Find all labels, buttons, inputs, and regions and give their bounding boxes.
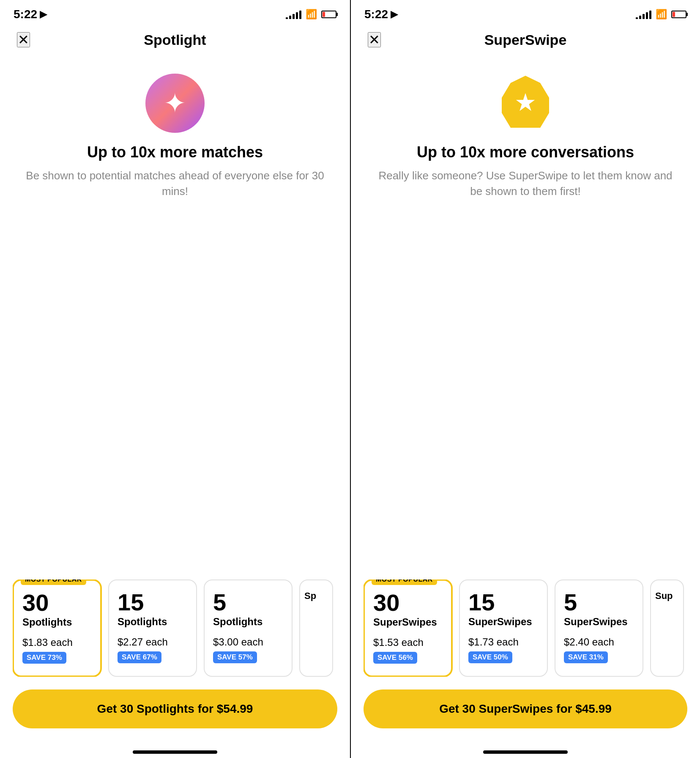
cards-section-left: MOST POPULAR 30 Spotlights $1.83 each SA… — [0, 571, 350, 677]
superswipe-15-price: $1.73 each — [468, 636, 539, 648]
battery-left — [321, 11, 336, 18]
nav-bar-left: ✕ Spotlight — [0, 23, 350, 57]
spotlight-5-label: Spotlights — [213, 616, 283, 628]
status-time-right: 5:22 ▶ — [364, 8, 398, 21]
sparkle-icon: ✦ — [164, 88, 186, 119]
location-icon-right: ▶ — [391, 9, 398, 20]
content-section-left: Up to 10x more matches Be shown to poten… — [0, 143, 350, 207]
superswipe-15-quantity: 15 — [468, 590, 539, 614]
superswipe-card-partial[interactable]: Sup — [650, 579, 684, 677]
home-bar-right — [483, 750, 568, 754]
spotlight-description: Be shown to potential matches ahead of e… — [25, 168, 325, 199]
partial-label-right: Sup — [651, 580, 683, 612]
superswipe-30-price: $1.53 each — [373, 637, 443, 648]
cards-scroll-left: MOST POPULAR 30 Spotlights $1.83 each SA… — [13, 579, 337, 677]
spotlight-15-label: Spotlights — [118, 616, 188, 628]
superswipe-5-price: $2.40 each — [564, 636, 634, 648]
superswipe-card-30[interactable]: MOST POPULAR 30 SuperSwipes $1.53 each S… — [364, 579, 452, 677]
most-popular-badge-left: MOST POPULAR — [21, 579, 86, 585]
spotlight-5-price: $3.00 each — [213, 636, 283, 648]
superswipe-30-save: SAVE 56% — [373, 652, 417, 664]
spotlight-card-partial[interactable]: Sp — [299, 579, 333, 677]
cards-section-right: MOST POPULAR 30 SuperSwipes $1.53 each S… — [351, 571, 700, 677]
icon-section-right: ★ — [351, 57, 700, 143]
spotlight-card-5[interactable]: 5 Spotlights $3.00 each SAVE 57% — [204, 579, 293, 677]
spotlight-card-15[interactable]: 15 Spotlights $2.27 each SAVE 67% — [108, 579, 197, 677]
spacer-left — [0, 207, 350, 571]
superswipe-headline: Up to 10x more conversations — [376, 143, 675, 161]
spotlight-30-save: SAVE 73% — [22, 652, 66, 664]
content-section-right: Up to 10x more conversations Really like… — [351, 143, 700, 207]
home-indicator-left — [0, 737, 350, 758]
superswipe-15-label: SuperSwipes — [468, 616, 539, 628]
superswipe-feature-icon: ★ — [496, 74, 555, 133]
nav-title-left: Spotlight — [144, 32, 206, 48]
close-button-right[interactable]: ✕ — [368, 32, 381, 47]
location-icon-left: ▶ — [40, 9, 47, 20]
spotlight-screen: 5:22 ▶ 📶 ✕ Spotlight ✦ Up to 10x — [0, 0, 350, 758]
cta-section-right: Get 30 SuperSwipes for $45.99 — [351, 677, 700, 737]
spotlight-feature-icon: ✦ — [145, 74, 205, 133]
status-bar-right: 5:22 ▶ 📶 — [351, 0, 700, 23]
partial-label-left: Sp — [300, 580, 332, 612]
superswipe-cta-button[interactable]: Get 30 SuperSwipes for $45.99 — [364, 689, 687, 728]
status-time-left: 5:22 ▶ — [14, 8, 47, 21]
home-indicator-right — [351, 737, 700, 758]
superswipe-5-quantity: 5 — [564, 590, 634, 614]
superswipe-15-save: SAVE 50% — [468, 651, 512, 663]
nav-bar-right: ✕ SuperSwipe — [351, 23, 700, 57]
nav-title-right: SuperSwipe — [484, 32, 567, 48]
cards-scroll-right: MOST POPULAR 30 SuperSwipes $1.53 each S… — [364, 579, 687, 677]
spotlight-15-price: $2.27 each — [118, 636, 188, 648]
spotlight-15-quantity: 15 — [118, 590, 188, 614]
most-popular-badge-right: MOST POPULAR — [372, 579, 437, 585]
wifi-icon-left: 📶 — [306, 9, 317, 20]
spotlight-5-quantity: 5 — [213, 590, 283, 614]
status-bar-left: 5:22 ▶ 📶 — [0, 0, 350, 23]
spacer-right — [351, 207, 700, 571]
spotlight-headline: Up to 10x more matches — [25, 143, 325, 161]
home-bar-left — [133, 750, 217, 754]
spotlight-5-save: SAVE 57% — [213, 651, 257, 663]
spotlight-cta-button[interactable]: Get 30 Spotlights for $54.99 — [13, 689, 337, 728]
svg-text:★: ★ — [514, 88, 536, 116]
superswipe-card-15[interactable]: 15 SuperSwipes $1.73 each SAVE 50% — [459, 579, 548, 677]
superswipe-screen: 5:22 ▶ 📶 ✕ SuperSwipe ★ — [350, 0, 700, 758]
superswipe-description: Really like someone? Use SuperSwipe to l… — [376, 168, 675, 199]
icon-section-left: ✦ — [0, 57, 350, 143]
cta-section-left: Get 30 Spotlights for $54.99 — [0, 677, 350, 737]
wifi-icon-right: 📶 — [656, 9, 667, 20]
spotlight-30-label: Spotlights — [22, 616, 92, 628]
superswipe-icon-wrapper: ★ — [496, 74, 555, 133]
status-icons-left: 📶 — [286, 9, 336, 20]
spotlight-15-save: SAVE 67% — [118, 651, 161, 663]
superswipe-card-5[interactable]: 5 SuperSwipes $2.40 each SAVE 31% — [555, 579, 643, 677]
signal-bars-right — [636, 10, 651, 19]
superswipe-5-save: SAVE 31% — [564, 651, 608, 663]
superswipe-30-label: SuperSwipes — [373, 616, 443, 628]
spotlight-30-price: $1.83 each — [22, 637, 92, 648]
spotlight-card-30[interactable]: MOST POPULAR 30 Spotlights $1.83 each SA… — [13, 579, 101, 677]
superswipe-5-label: SuperSwipes — [564, 616, 634, 628]
close-button-left[interactable]: ✕ — [17, 32, 30, 47]
superswipe-30-quantity: 30 — [373, 591, 443, 615]
signal-bars-left — [286, 10, 301, 19]
spotlight-30-quantity: 30 — [22, 591, 92, 615]
battery-right — [671, 11, 686, 18]
status-icons-right: 📶 — [636, 9, 686, 20]
